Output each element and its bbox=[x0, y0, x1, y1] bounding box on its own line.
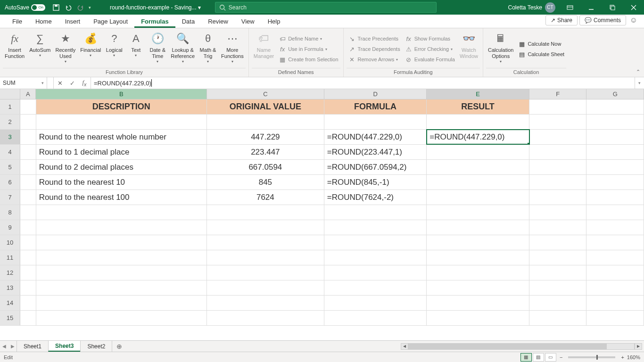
tab-insert[interactable]: Insert bbox=[58, 15, 87, 28]
more-functions-button[interactable]: ⋯More Functions▾ bbox=[219, 30, 246, 67]
calculate-sheet-button[interactable]: ▤Calculate Sheet bbox=[516, 49, 566, 59]
cell-E8[interactable] bbox=[427, 205, 529, 220]
cell-E13[interactable] bbox=[427, 280, 529, 295]
cell-A2[interactable] bbox=[20, 115, 36, 129]
cell-C14[interactable] bbox=[207, 296, 324, 310]
cancel-formula-icon[interactable]: ✕ bbox=[54, 80, 66, 87]
cell-G15[interactable] bbox=[586, 311, 644, 325]
row-header[interactable]: 7 bbox=[0, 190, 20, 205]
row-header[interactable]: 6 bbox=[0, 175, 20, 189]
cell-B10[interactable] bbox=[36, 235, 207, 250]
cell-G3[interactable] bbox=[586, 130, 644, 144]
cell-D9[interactable] bbox=[324, 220, 427, 235]
hscroll-right-icon[interactable]: ▶ bbox=[635, 343, 642, 350]
feedback-icon[interactable]: ☺ bbox=[628, 15, 639, 26]
cell-B13[interactable] bbox=[36, 280, 207, 295]
lookup-button[interactable]: 🔍Lookup & Reference▾ bbox=[169, 30, 197, 67]
tab-review[interactable]: Review bbox=[201, 15, 235, 28]
cell-B11[interactable] bbox=[36, 250, 207, 265]
row-header[interactable]: 5 bbox=[0, 160, 20, 174]
cell-D8[interactable] bbox=[324, 205, 427, 220]
row-header[interactable]: 1 bbox=[0, 99, 20, 114]
expand-formula-bar-icon[interactable]: ▾ bbox=[635, 77, 644, 89]
normal-view-icon[interactable]: ▦ bbox=[520, 353, 532, 362]
cell-D6[interactable]: =ROUND(845,-1) bbox=[324, 175, 427, 189]
document-title[interactable]: round-function-example - Saving... ▾ bbox=[110, 4, 201, 11]
zoom-slider[interactable] bbox=[568, 356, 615, 358]
cell-G11[interactable] bbox=[586, 250, 644, 265]
sheet-tab[interactable]: Sheet3 bbox=[48, 341, 81, 352]
cell-G10[interactable] bbox=[586, 235, 644, 250]
cell-A10[interactable] bbox=[20, 235, 36, 250]
col-header-d[interactable]: D bbox=[324, 89, 427, 99]
hscroll-thumb[interactable] bbox=[409, 344, 607, 349]
tab-file[interactable]: File bbox=[6, 15, 29, 28]
cell-G13[interactable] bbox=[586, 280, 644, 295]
cell-B6[interactable]: Round to the nearest 10 bbox=[36, 175, 207, 189]
cell-G12[interactable] bbox=[586, 265, 644, 280]
cell-E14[interactable] bbox=[427, 296, 529, 310]
insert-function-button[interactable]: fxInsert Function bbox=[3, 30, 26, 67]
cell-C13[interactable] bbox=[207, 280, 324, 295]
cell-E9[interactable] bbox=[427, 220, 529, 235]
zoom-out-icon[interactable]: − bbox=[560, 354, 562, 360]
cell-D13[interactable] bbox=[324, 280, 427, 295]
cell-A12[interactable] bbox=[20, 265, 36, 280]
toggle-switch-icon[interactable]: On bbox=[31, 4, 45, 11]
cell-C9[interactable] bbox=[207, 220, 324, 235]
cell-A7[interactable] bbox=[20, 190, 36, 205]
cell-C11[interactable] bbox=[207, 250, 324, 265]
cell-F7[interactable] bbox=[529, 190, 587, 205]
tab-view[interactable]: View bbox=[235, 15, 261, 28]
save-icon[interactable] bbox=[52, 3, 60, 12]
comments-button[interactable]: 💬Comments bbox=[579, 15, 626, 25]
spreadsheet-grid[interactable]: A B C D E F G 1DESCRIPTIONORIGINAL VALUE… bbox=[0, 89, 644, 340]
formula-input[interactable]: =ROUND(447.229,0) bbox=[91, 77, 635, 89]
recently-used-button[interactable]: ★Recently Used▾ bbox=[53, 30, 77, 67]
cell-D14[interactable] bbox=[324, 296, 427, 310]
financial-button[interactable]: 💰Financial▾ bbox=[78, 30, 103, 67]
col-header-a[interactable]: A bbox=[20, 89, 36, 99]
cell-F2[interactable] bbox=[529, 115, 587, 129]
cell-G2[interactable] bbox=[586, 115, 644, 129]
cell-A1[interactable] bbox=[20, 99, 36, 114]
cell-F9[interactable] bbox=[529, 220, 587, 235]
cell-E12[interactable] bbox=[427, 265, 529, 280]
page-break-view-icon[interactable]: ▭ bbox=[545, 353, 556, 362]
maximize-icon[interactable] bbox=[602, 0, 623, 15]
cell-B15[interactable] bbox=[36, 311, 207, 325]
cell-F15[interactable] bbox=[529, 311, 587, 325]
cell-B7[interactable]: Round to the nearest 100 bbox=[36, 190, 207, 205]
cell-C6[interactable]: 845 bbox=[207, 175, 324, 189]
cell-D4[interactable]: =ROUND(223.447,1) bbox=[324, 145, 427, 159]
cell-C15[interactable] bbox=[207, 311, 324, 325]
name-box[interactable]: SUM▾ bbox=[0, 77, 47, 89]
cell-D5[interactable]: =ROUND(667.0594,2) bbox=[324, 160, 427, 174]
cell-E10[interactable] bbox=[427, 235, 529, 250]
select-all-corner[interactable] bbox=[0, 89, 20, 99]
cell-C8[interactable] bbox=[207, 205, 324, 220]
close-icon[interactable] bbox=[623, 0, 644, 15]
cell-E11[interactable] bbox=[427, 250, 529, 265]
cell-F6[interactable] bbox=[529, 175, 587, 189]
zoom-level[interactable]: 160% bbox=[627, 354, 640, 360]
cell-G5[interactable] bbox=[586, 160, 644, 174]
redo-icon[interactable] bbox=[76, 3, 85, 12]
hscroll-left-icon[interactable]: ◀ bbox=[401, 343, 408, 350]
cell-C5[interactable]: 667.0594 bbox=[207, 160, 324, 174]
cell-D10[interactable] bbox=[324, 235, 427, 250]
cell-F5[interactable] bbox=[529, 160, 587, 174]
enter-formula-icon[interactable]: ✓ bbox=[66, 80, 78, 87]
cell-D11[interactable] bbox=[324, 250, 427, 265]
undo-icon[interactable] bbox=[64, 3, 73, 12]
tab-page-layout[interactable]: Page Layout bbox=[87, 15, 134, 28]
cell-B5[interactable]: Round to 2 decimal places bbox=[36, 160, 207, 174]
minimize-icon[interactable] bbox=[580, 0, 602, 15]
cell-A6[interactable] bbox=[20, 175, 36, 189]
add-sheet-icon[interactable]: ⊕ bbox=[112, 341, 126, 352]
col-header-f[interactable]: F bbox=[529, 89, 587, 99]
cell-E5[interactable] bbox=[427, 160, 529, 174]
cell-B14[interactable] bbox=[36, 296, 207, 310]
col-header-g[interactable]: G bbox=[586, 89, 644, 99]
row-header[interactable]: 3 bbox=[0, 130, 20, 144]
